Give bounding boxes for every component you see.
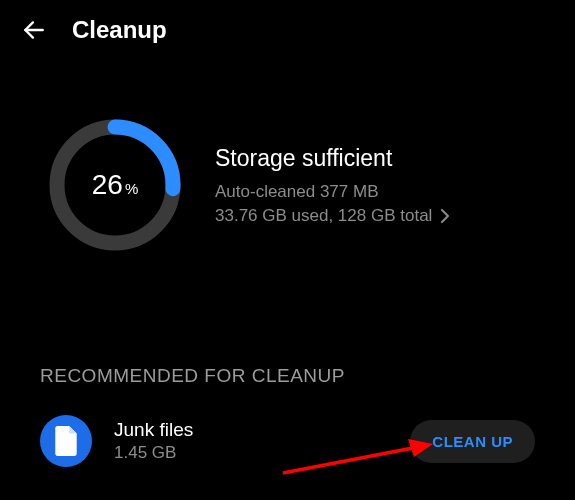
storage-summary: 26 % Storage sufficient Auto-cleaned 377… <box>0 60 575 285</box>
arrow-left-icon <box>21 17 47 43</box>
back-button[interactable] <box>20 16 48 44</box>
cleanup-item-junk-files: Junk files 1.45 GB CLEAN UP <box>0 397 575 485</box>
document-icon <box>53 426 79 456</box>
percent-symbol: % <box>125 180 138 197</box>
page-title: Cleanup <box>72 16 167 44</box>
app-header: Cleanup <box>0 0 575 60</box>
storage-ring: 26 % <box>45 115 185 255</box>
chevron-right-icon <box>440 208 450 224</box>
recommended-section-header: RECOMMENDED FOR CLEANUP <box>0 285 575 397</box>
storage-percent: 26 % <box>92 169 139 201</box>
cleanup-item-title: Junk files <box>114 419 388 441</box>
storage-status-title: Storage sufficient <box>215 145 535 172</box>
file-icon <box>40 415 92 467</box>
storage-info: Storage sufficient Auto-cleaned 377 MB 3… <box>215 145 535 226</box>
cleanup-item-size: 1.45 GB <box>114 443 388 463</box>
storage-detail-text: 33.76 GB used, 128 GB total <box>215 206 432 226</box>
cleanup-item-text: Junk files 1.45 GB <box>114 419 388 463</box>
percent-value: 26 <box>92 169 123 201</box>
clean-up-button[interactable]: CLEAN UP <box>410 420 535 463</box>
auto-cleaned-text: Auto-cleaned 377 MB <box>215 182 535 202</box>
storage-detail-row[interactable]: 33.76 GB used, 128 GB total <box>215 206 535 226</box>
